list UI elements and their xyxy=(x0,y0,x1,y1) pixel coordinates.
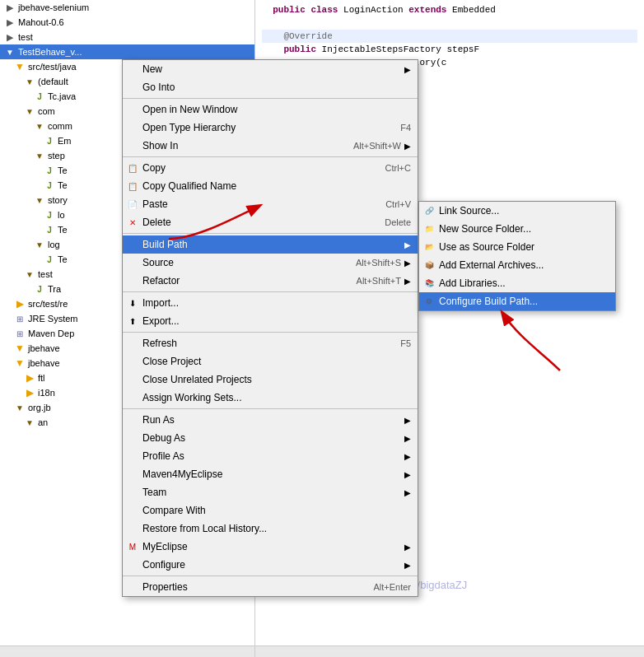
java-icon: J xyxy=(43,208,56,221)
tree-item-label: TestBehave_v... xyxy=(18,47,82,57)
shortcut-label: F4 xyxy=(400,123,411,133)
tree-item-label: log xyxy=(48,240,60,249)
tree-item-label: i18n xyxy=(38,388,55,398)
tree-item-testbehave[interactable]: ▼ TestBehave_v... xyxy=(0,44,254,59)
menu-item-refactor[interactable]: Refactor Alt+Shift+T ▶ xyxy=(123,272,418,290)
menu-item-label: Close Project xyxy=(142,356,411,367)
menu-item-build-path[interactable]: Build Path ▶ xyxy=(123,235,418,254)
shortcut-label: F5 xyxy=(400,338,411,348)
menu-item-configure[interactable]: Configure ▶ xyxy=(123,556,418,574)
submenu-buildpath: 🔗 Link Source... 📁 New Source Folder... … xyxy=(418,201,616,311)
submenu-arrow-icon: ▶ xyxy=(404,259,411,268)
shortcut-label: Alt+Shift+S xyxy=(356,258,401,268)
folder-icon: ▼ xyxy=(13,342,26,355)
tree-item-label: Maven Dep xyxy=(28,328,74,338)
code-text: public class LoginAction extends Embedde… xyxy=(262,3,496,16)
tree-item-test[interactable]: ▶ test xyxy=(0,30,254,44)
menu-item-copy-qualified[interactable]: 📋 Copy Qualified Name xyxy=(123,177,418,195)
menu-item-refresh[interactable]: Refresh F5 xyxy=(123,334,418,352)
tree-item-mahout[interactable]: ▶ Mahout-0.6 xyxy=(0,15,254,30)
menu-item-export[interactable]: ⬆ Export... xyxy=(123,312,418,330)
menu-separator xyxy=(123,408,418,409)
tree-item-label: jbehave xyxy=(28,358,60,368)
submenu-item-add-libraries[interactable]: 📚 Add Libraries... xyxy=(419,274,615,292)
menu-item-import[interactable]: ⬇ Import... xyxy=(123,294,418,312)
menu-item-compare-with[interactable]: Compare With xyxy=(123,501,418,520)
submenu-item-configure-build-path[interactable]: ⚙ Configure Build Path... xyxy=(419,292,615,310)
context-menu: New ▶ Go Into Open in New Window Open Ty… xyxy=(122,59,418,597)
bottom-bar-right xyxy=(255,646,644,657)
menu-separator xyxy=(123,156,418,157)
menu-item-close-project[interactable]: Close Project xyxy=(123,352,418,370)
tree-item-label: ftl xyxy=(38,373,45,383)
submenu-arrow-icon: ▶ xyxy=(404,470,411,479)
tree-item-label: src/test/re xyxy=(28,299,68,309)
submenu-item-use-as-source[interactable]: 📂 Use as Source Folder xyxy=(419,238,615,256)
submenu-arrow-icon: ▶ xyxy=(404,416,411,425)
export-icon: ⬆ xyxy=(126,315,139,328)
copy-icon: 📋 xyxy=(126,161,139,175)
tree-item-label: Te xyxy=(58,225,68,235)
menu-item-run-as[interactable]: Run As ▶ xyxy=(123,411,418,429)
submenu-arrow-icon: ▶ xyxy=(404,561,411,570)
menu-item-profile-as[interactable]: Profile As ▶ xyxy=(123,447,418,465)
menu-item-myeclipse[interactable]: M MyEclipse ▶ xyxy=(123,538,418,556)
menu-item-paste[interactable]: 📄 Paste Ctrl+V xyxy=(123,195,418,213)
submenu-item-add-external-archives[interactable]: 📦 Add External Archives... xyxy=(419,256,615,274)
menu-item-go-into[interactable]: Go Into xyxy=(123,78,418,96)
folder-icon: ▶ xyxy=(23,386,36,399)
menu-item-properties[interactable]: Properties Alt+Enter xyxy=(123,578,418,596)
project-icon: ▶ xyxy=(3,16,16,29)
menu-item-open-type-hierarchy[interactable]: Open Type Hierarchy F4 xyxy=(123,119,418,137)
code-line-override: @Override xyxy=(262,30,637,43)
project-icon: ▼ xyxy=(3,45,16,58)
menu-separator xyxy=(123,98,418,99)
menu-item-label: Delete xyxy=(142,217,371,228)
java-icon: J xyxy=(43,179,56,192)
menu-item-label: Copy xyxy=(142,162,372,174)
menu-item-restore-local[interactable]: Restore from Local History... xyxy=(123,520,418,538)
shortcut-label: Alt+Shift+T xyxy=(357,276,401,286)
myeclipse-icon: M xyxy=(126,540,139,553)
shortcut-label: Alt+Shift+W xyxy=(353,141,401,151)
menu-item-close-unrelated[interactable]: Close Unrelated Projects xyxy=(123,370,418,389)
project-icon: ▶ xyxy=(3,1,16,14)
submenu-arrow-icon: ▶ xyxy=(404,488,411,497)
tree-item-label: Mahout-0.6 xyxy=(18,17,64,27)
menu-item-label: Open in New Window xyxy=(142,104,411,115)
menu-item-label: Refresh xyxy=(142,338,387,349)
bottom-bar-left xyxy=(0,646,255,657)
package-icon: ▼ xyxy=(33,119,46,133)
menu-item-open-new-window[interactable]: Open in New Window xyxy=(123,100,418,119)
menu-item-label: Show In xyxy=(142,140,340,151)
code-text: @Override xyxy=(262,30,333,43)
menu-item-show-in[interactable]: Show In Alt+Shift+W ▶ xyxy=(123,137,418,155)
menu-item-label: Configure xyxy=(142,559,401,571)
menu-item-label: Source xyxy=(142,257,343,268)
tree-item-label: an xyxy=(38,417,48,427)
java-icon: J xyxy=(43,253,56,266)
configure-build-path-icon: ⚙ xyxy=(422,295,436,308)
menu-item-team[interactable]: Team ▶ xyxy=(123,483,418,501)
tree-item-label: jbehave xyxy=(28,343,60,353)
tree-item-label: test xyxy=(38,269,53,279)
menu-item-assign-working[interactable]: Assign Working Sets... xyxy=(123,389,418,407)
submenu-item-link-source[interactable]: 🔗 Link Source... xyxy=(419,202,615,220)
menu-separator xyxy=(123,291,418,292)
menu-item-debug-as[interactable]: Debug As ▶ xyxy=(123,429,418,447)
tree-item-jbehave[interactable]: ▶ jbehave-selenium xyxy=(0,0,254,15)
menu-item-label: MyEclipse xyxy=(142,541,401,552)
code-line-method: public InjectableStepsFactory stepsF xyxy=(262,43,637,56)
menu-item-maven4myeclipse[interactable]: Maven4MyEclipse ▶ xyxy=(123,465,418,483)
tree-item-label: Tc.java xyxy=(48,91,76,101)
import-icon: ⬇ xyxy=(126,296,139,310)
menu-item-new[interactable]: New ▶ xyxy=(123,60,418,78)
menu-item-source[interactable]: Source Alt+Shift+S ▶ xyxy=(123,254,418,272)
lib-icon: ⊞ xyxy=(13,312,26,325)
add-external-icon: 📦 xyxy=(422,259,436,272)
menu-item-copy[interactable]: 📋 Copy Ctrl+C xyxy=(123,159,418,177)
menu-item-delete[interactable]: ✕ Delete Delete xyxy=(123,213,418,231)
package-icon: ▼ xyxy=(23,75,36,88)
menu-item-label: Copy Qualified Name xyxy=(142,180,411,192)
submenu-item-new-source-folder[interactable]: 📁 New Source Folder... xyxy=(419,220,615,238)
